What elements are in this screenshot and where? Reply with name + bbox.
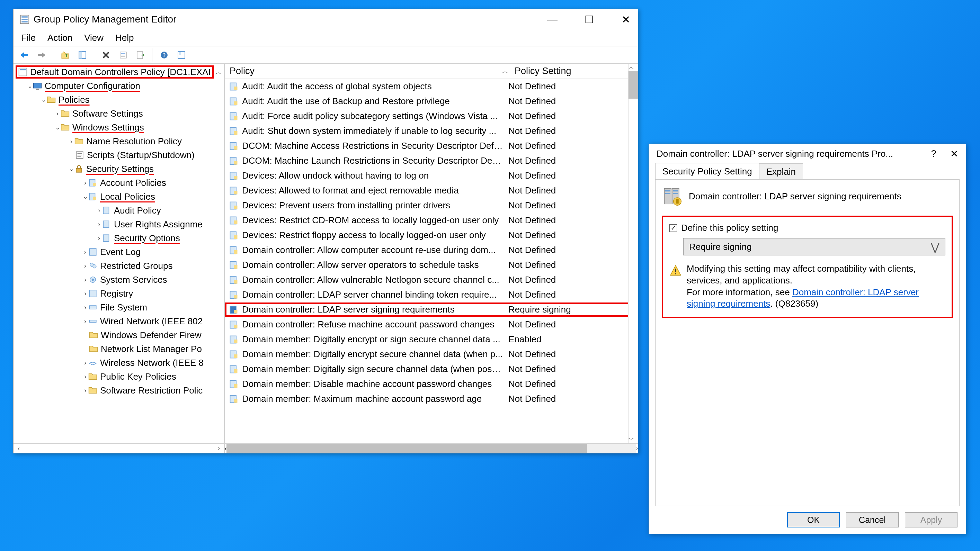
tree-system-services[interactable]: › System Services <box>13 273 224 287</box>
close-button[interactable]: ✕ <box>950 148 958 160</box>
chevron-right-icon[interactable]: › <box>82 373 88 380</box>
chevron-right-icon[interactable]: › <box>82 249 88 256</box>
tree-file-system[interactable]: › File System <box>13 300 224 314</box>
list-v-scrollbar[interactable]: ︿ ﹀ <box>628 64 638 443</box>
tree-software-settings[interactable]: › Software Settings <box>13 106 224 121</box>
back-button[interactable] <box>17 48 32 62</box>
forward-button[interactable] <box>34 48 49 62</box>
chevron-right-icon[interactable]: › <box>96 221 102 228</box>
tree-user-rights[interactable]: › User Rights Assignme <box>13 218 224 231</box>
tree-event-log[interactable]: › Event Log <box>13 245 224 259</box>
column-setting[interactable]: Policy Setting <box>511 66 638 76</box>
chevron-up-icon[interactable]: ︿ <box>215 67 222 77</box>
tree-windows-settings[interactable]: ⌄ Windows Settings <box>13 121 224 134</box>
chevron-right-icon[interactable]: › <box>82 290 88 297</box>
apply-button[interactable]: Apply <box>905 512 958 527</box>
chevron-down-icon[interactable]: ⌄ <box>82 193 88 200</box>
policy-value-dropdown[interactable]: Require signing ⋁ <box>683 238 945 256</box>
policy-row[interactable]: Domain member: Maximum machine account p… <box>225 391 638 407</box>
chevron-right-icon[interactable]: › <box>82 359 88 367</box>
policy-row[interactable]: Domain member: Digitally sign secure cha… <box>225 362 638 376</box>
list-h-scrollbar[interactable]: ‹ › <box>225 443 638 453</box>
policy-row[interactable]: Devices: Allow undock without having to … <box>225 168 638 183</box>
policy-row[interactable]: Domain controller: Refuse machine accoun… <box>225 317 638 332</box>
close-button[interactable]: ✕ <box>620 13 632 25</box>
menu-action[interactable]: Action <box>48 33 72 43</box>
policy-row[interactable]: Audit: Audit the access of global system… <box>225 79 638 94</box>
chevron-right-icon[interactable]: › <box>96 235 102 242</box>
policy-row[interactable]: Devices: Restrict CD-ROM access to local… <box>225 213 638 228</box>
tree-pki[interactable]: › Public Key Policies <box>13 370 224 383</box>
policy-row[interactable]: Devices: Prevent users from installing p… <box>225 198 638 213</box>
chevron-right-icon[interactable]: › <box>82 179 88 187</box>
tree-local-policies[interactable]: ⌄ Local Policies <box>13 190 224 203</box>
tree-security-options[interactable]: › Security Options <box>13 231 224 245</box>
policy-row[interactable]: Domain member: Disable machine account p… <box>225 376 638 391</box>
delete-button[interactable] <box>99 48 113 62</box>
tab-explain[interactable]: Explain <box>759 164 803 179</box>
tree-root[interactable]: Default Domain Controllers Policy [DC1.E… <box>13 65 224 79</box>
policy-row[interactable]: DCOM: Machine Access Restrictions in Sec… <box>225 138 638 153</box>
tree-policies[interactable]: ⌄ Policies <box>13 93 224 106</box>
chevron-right-icon[interactable]: › <box>82 276 88 283</box>
chevron-down-icon[interactable]: ⌄ <box>54 124 60 131</box>
chevron-down-icon[interactable]: ⌄ <box>68 165 75 173</box>
tree-computer-configuration[interactable]: ⌄ Computer Configuration <box>13 79 224 93</box>
policy-row[interactable]: Domain member: Digitally encrypt or sign… <box>225 332 638 347</box>
help-button[interactable]: ? <box>157 48 172 62</box>
chevron-right-icon[interactable]: › <box>82 262 88 270</box>
chevron-right-icon[interactable]: › <box>68 138 75 145</box>
policy-row[interactable]: Domain controller: Allow vulnerable Netl… <box>225 272 638 287</box>
tree-wireless[interactable]: › Wireless Network (IEEE 8 <box>13 356 224 370</box>
up-button[interactable] <box>58 48 72 62</box>
tree-wired-network[interactable]: › Wired Network (IEEE 802 <box>13 314 224 328</box>
show-hide-tree-button[interactable] <box>75 48 90 62</box>
tree-network-list[interactable]: Network List Manager Po <box>13 342 224 356</box>
help-button[interactable]: ? <box>931 148 936 160</box>
scroll-right-icon[interactable]: › <box>214 444 224 453</box>
policy-row[interactable]: Domain controller: LDAP server channel b… <box>225 287 638 302</box>
define-policy-checkbox[interactable]: ✓ <box>670 224 677 232</box>
tree-name-resolution[interactable]: › Name Resolution Policy <box>13 134 224 148</box>
policy-row[interactable]: DCOM: Machine Launch Restrictions in Sec… <box>225 153 638 168</box>
tree-account-policies[interactable]: › Account Policies <box>13 176 224 190</box>
chevron-right-icon[interactable]: › <box>54 110 60 118</box>
policy-row[interactable]: Audit: Shut down system immediately if u… <box>225 124 638 138</box>
chevron-right-icon[interactable]: › <box>82 387 88 394</box>
chevron-down-icon[interactable]: ⌄ <box>27 82 33 90</box>
scroll-left-icon[interactable]: ‹ <box>13 444 24 453</box>
column-policy[interactable]: Policy <box>225 66 500 76</box>
chevron-right-icon[interactable]: › <box>82 318 88 325</box>
tree-scripts[interactable]: Scripts (Startup/Shutdown) <box>13 148 224 162</box>
properties-button[interactable] <box>116 48 130 62</box>
scroll-up-icon[interactable]: ︿ <box>628 64 638 71</box>
tab-security-policy[interactable]: Security Policy Setting <box>655 163 759 179</box>
tree-registry[interactable]: › Registry <box>13 287 224 300</box>
menu-file[interactable]: File <box>21 33 36 43</box>
chevron-down-icon[interactable]: ⌄ <box>40 96 47 103</box>
menu-help[interactable]: Help <box>115 33 134 43</box>
minimize-button[interactable]: — <box>546 13 558 25</box>
maximize-button[interactable]: ☐ <box>583 13 595 25</box>
policy-row[interactable]: Domain controller: LDAP server signing r… <box>225 302 638 317</box>
policy-row[interactable]: Domain controller: Allow server operator… <box>225 257 638 272</box>
export-button[interactable] <box>133 48 148 62</box>
tree-security-settings[interactable]: ⌄ Security Settings <box>13 162 224 176</box>
policy-row[interactable]: Domain controller: Allow computer accoun… <box>225 243 638 257</box>
menu-view[interactable]: View <box>84 33 103 43</box>
policy-row[interactable]: Devices: Restrict floppy access to local… <box>225 228 638 243</box>
scroll-down-icon[interactable]: ﹀ <box>628 436 638 443</box>
policy-row[interactable]: Domain member: Digitally encrypt secure … <box>225 347 638 362</box>
tree-srp[interactable]: › Software Restriction Polic <box>13 383 224 397</box>
tree-audit-policy[interactable]: › Audit Policy <box>13 203 224 218</box>
policy-row[interactable]: Audit: Force audit policy subcategory se… <box>225 109 638 124</box>
policy-row[interactable]: Devices: Allowed to format and eject rem… <box>225 183 638 198</box>
tree-restricted-groups[interactable]: › Restricted Groups <box>13 259 224 273</box>
policy-row[interactable]: Audit: Audit the use of Backup and Resto… <box>225 94 638 109</box>
tree-h-scrollbar[interactable]: ‹ › <box>13 443 224 453</box>
chevron-right-icon[interactable]: › <box>96 207 102 214</box>
cancel-button[interactable]: Cancel <box>846 512 899 527</box>
tree-defender[interactable]: Windows Defender Firew <box>13 328 224 342</box>
ok-button[interactable]: OK <box>787 512 840 527</box>
chevron-right-icon[interactable]: › <box>82 304 88 311</box>
